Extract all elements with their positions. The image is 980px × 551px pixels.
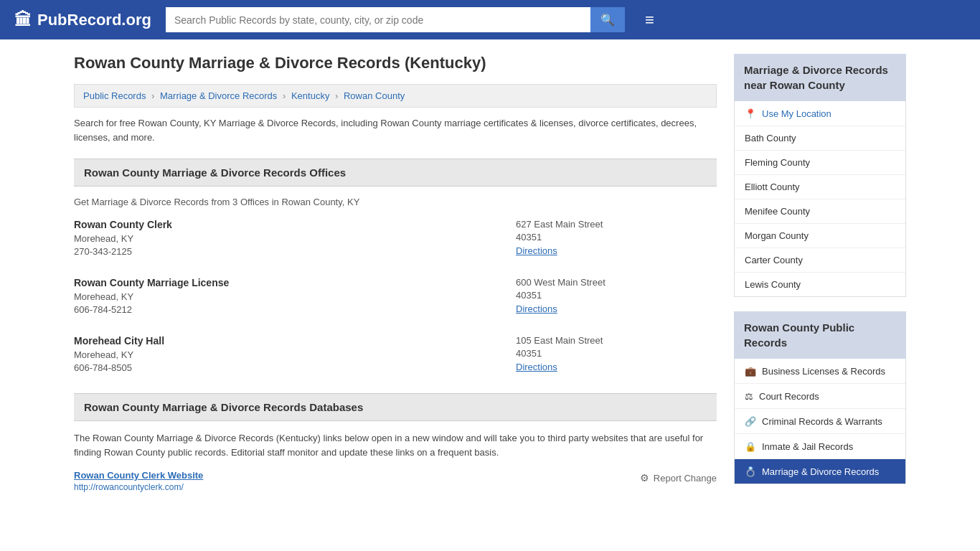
logo-icon: 🏛	[14, 10, 32, 30]
breadcrumb-sep3: ›	[335, 90, 338, 101]
sidebar-fleming-county[interactable]: Fleming County	[735, 151, 905, 175]
office-name-2: Rowan County Marriage License	[74, 277, 516, 288]
office-city-3: Morehead, KY	[74, 349, 516, 360]
public-records-header: Rowan County Public Records	[734, 311, 906, 359]
breadcrumb-sep1: ›	[151, 90, 154, 101]
office-entry-1: Rowan County Clerk Morehead, KY 270-343-…	[74, 219, 717, 257]
office-left-2: Rowan County Marriage License Morehead, …	[74, 277, 516, 315]
scale-icon	[745, 390, 753, 402]
databases-section-header: Rowan County Marriage & Divorce Records …	[74, 393, 717, 421]
morgan-county-label: Morgan County	[745, 230, 809, 241]
search-input[interactable]	[166, 7, 590, 32]
breadcrumb: Public Records › Marriage & Divorce Reco…	[74, 84, 717, 108]
breadcrumb-kentucky[interactable]: Kentucky	[291, 90, 329, 101]
office-address-2: 600 West Main Street	[516, 277, 717, 288]
office-city-2: Morehead, KY	[74, 291, 516, 302]
public-records-section-body: Business Licenses & Records Court Record…	[734, 359, 906, 484]
directions-link-1[interactable]: Directions	[516, 245, 557, 256]
office-name-3: Morehead City Hall	[74, 335, 516, 347]
office-phone-3: 606-784-8505	[74, 362, 516, 373]
criminal-records-label: Criminal Records & Warrants	[762, 416, 882, 427]
breadcrumb-public-records[interactable]: Public Records	[83, 90, 146, 101]
business-licenses-label: Business Licenses & Records	[762, 366, 885, 377]
nearby-header: Marriage & Divorce Records near Rowan Co…	[734, 54, 906, 101]
office-address-1: 627 East Main Street	[516, 219, 717, 230]
db-url: http://rowancountyclerk.com/	[74, 482, 184, 492]
office-right-1: 627 East Main Street 40351 Directions	[516, 219, 717, 257]
office-zip-2: 40351	[516, 290, 717, 301]
criminal-icon	[745, 415, 756, 427]
search-icon: 🔍	[600, 14, 615, 26]
office-city-1: Morehead, KY	[74, 233, 516, 244]
lewis-county-label: Lewis County	[745, 279, 801, 290]
marriage-icon	[745, 466, 756, 477]
site-header: 🏛 PubRecord.org 🔍 ≡	[0, 0, 980, 39]
sidebar-criminal-records[interactable]: Criminal Records & Warrants	[735, 409, 905, 434]
location-pin-icon	[745, 108, 756, 119]
logo-text: PubRecord.org	[37, 11, 151, 29]
directions-link-2[interactable]: Directions	[516, 303, 557, 314]
office-address-3: 105 East Main Street	[516, 335, 717, 346]
office-right-2: 600 West Main Street 40351 Directions	[516, 277, 717, 315]
directions-link-3[interactable]: Directions	[516, 362, 557, 372]
office-zip-1: 40351	[516, 232, 717, 242]
office-right-3: 105 East Main Street 40351 Directions	[516, 335, 717, 373]
use-my-location[interactable]: Use My Location	[735, 101, 905, 126]
main-content: Rowan County Marriage & Divorce Records …	[74, 54, 717, 499]
use-location-label: Use My Location	[762, 108, 831, 119]
court-records-label: Court Records	[759, 391, 819, 402]
office-phone-2: 606-784-5212	[74, 304, 516, 315]
db-link[interactable]: Rowan County Clerk Website	[74, 470, 203, 481]
sidebar-inmate-jail[interactable]: Inmate & Jail Records	[735, 434, 905, 459]
report-icon	[640, 472, 649, 484]
office-left-3: Morehead City Hall Morehead, KY 606-784-…	[74, 335, 516, 373]
report-label: Report Change	[654, 473, 717, 484]
offices-section-header: Rowan County Marriage & Divorce Records …	[74, 159, 717, 187]
offices-section-desc: Get Marriage & Divorce Records from 3 Of…	[74, 197, 717, 207]
intro-text: Search for free Rowan County, KY Marriag…	[74, 116, 717, 144]
sidebar-marriage-divorce[interactable]: Marriage & Divorce Records	[735, 459, 905, 484]
sidebar-bath-county[interactable]: Bath County	[735, 126, 905, 151]
sidebar-menifee-county[interactable]: Menifee County	[735, 199, 905, 224]
breadcrumb-rowan-county[interactable]: Rowan County	[344, 90, 405, 101]
databases-section-desc: The Rowan County Marriage & Divorce Reco…	[74, 431, 717, 459]
bath-county-label: Bath County	[745, 133, 796, 143]
sidebar-business-licenses[interactable]: Business Licenses & Records	[735, 359, 905, 384]
sidebar-morgan-county[interactable]: Morgan County	[735, 224, 905, 248]
office-zip-3: 40351	[516, 348, 717, 359]
sidebar-lewis-county[interactable]: Lewis County	[735, 273, 905, 296]
menifee-county-label: Menifee County	[745, 206, 810, 217]
fleming-county-label: Fleming County	[745, 157, 810, 168]
nearby-section-body: Use My Location Bath County Fleming Coun…	[734, 101, 906, 297]
jail-icon	[745, 441, 756, 452]
sidebar: Marriage & Divorce Records near Rowan Co…	[734, 54, 906, 499]
site-logo[interactable]: 🏛 PubRecord.org	[14, 10, 151, 30]
main-container: Rowan County Marriage & Divorce Records …	[60, 39, 920, 513]
office-phone-1: 270-343-2125	[74, 246, 516, 257]
report-change-button[interactable]: Report Change	[640, 472, 717, 484]
breadcrumb-marriage-divorce[interactable]: Marriage & Divorce Records	[160, 90, 277, 101]
menu-button[interactable]: ≡	[645, 11, 654, 29]
search-button[interactable]: 🔍	[590, 7, 625, 32]
page-title: Rowan County Marriage & Divorce Records …	[74, 54, 717, 72]
inmate-jail-label: Inmate & Jail Records	[762, 441, 853, 452]
sidebar-elliott-county[interactable]: Elliott County	[735, 175, 905, 199]
carter-county-label: Carter County	[745, 255, 803, 265]
elliott-county-label: Elliott County	[745, 182, 800, 192]
breadcrumb-sep2: ›	[283, 90, 286, 101]
office-left-1: Rowan County Clerk Morehead, KY 270-343-…	[74, 219, 516, 257]
search-bar: 🔍	[166, 7, 625, 32]
office-entry-3: Morehead City Hall Morehead, KY 606-784-…	[74, 335, 717, 373]
office-name-1: Rowan County Clerk	[74, 219, 516, 230]
sidebar-court-records[interactable]: Court Records	[735, 384, 905, 409]
sidebar-carter-county[interactable]: Carter County	[735, 248, 905, 273]
office-entry-2: Rowan County Marriage License Morehead, …	[74, 277, 717, 315]
marriage-divorce-label: Marriage & Divorce Records	[762, 466, 879, 477]
briefcase-icon	[745, 365, 756, 377]
